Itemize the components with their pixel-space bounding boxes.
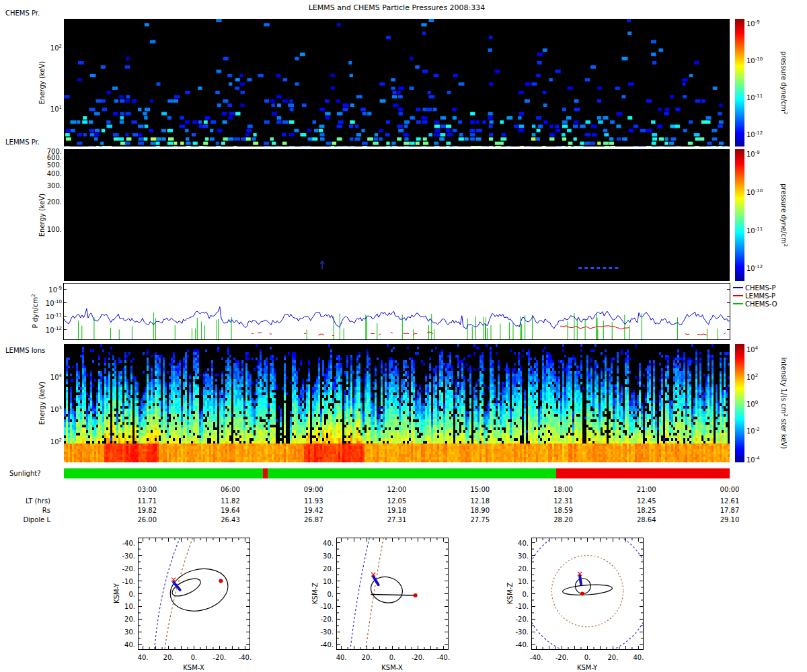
orbit-y-tick: -30. [315, 628, 334, 636]
y-tick-label: 600. [27, 154, 62, 161]
row-label-dipole: Dipole L [0, 516, 50, 523]
time-tick-label: 00:00 [709, 486, 750, 493]
legend-label: CHEMS-P [745, 284, 775, 292]
orbit-y-tick: -20. [315, 616, 334, 623]
axis-row-value: 12.45 [626, 497, 666, 505]
y-tick-label: 104 [27, 372, 62, 381]
orbit-y-tick: 10. [510, 578, 529, 585]
y-tick-label: 500. [27, 161, 62, 169]
axis-row-value: 28.64 [626, 516, 666, 523]
orbit-y-tick: -30. [510, 628, 529, 636]
axis-row-value: 18.25 [626, 507, 666, 514]
row-label-rs: Rs [0, 507, 50, 514]
ions-spectrogram [64, 344, 730, 462]
orbit-x-tick: -40. [231, 654, 258, 661]
orbit-y-tick: -20. [116, 565, 135, 573]
y-tick-label: 10-12 [27, 325, 62, 334]
y-tick-label: 10-9 [27, 285, 62, 294]
axis-row-value: 18.59 [543, 507, 584, 514]
axis-row-value: 27.75 [460, 516, 500, 523]
colorbar-tick-label: 10-9 [746, 19, 779, 28]
orbit-x-tick: 20. [599, 654, 626, 661]
axis-row-value: 28.20 [543, 516, 584, 523]
axis-row-value: 11.71 [127, 497, 167, 505]
y-tick-label: 400. [27, 170, 62, 177]
orbit-x-tick: 0. [379, 654, 406, 661]
orbit-y-tick: 0. [315, 591, 334, 598]
legend-label: CHEMS-O [745, 300, 777, 308]
orbit-y-tick: -10. [315, 603, 334, 610]
y-tick-label: 102 [27, 43, 62, 52]
time-tick-label: 15:00 [460, 486, 500, 493]
axis-row-value: 18.90 [460, 507, 500, 514]
colorbar-tick-label: 10-11 [746, 226, 779, 235]
orbit-y-tick: 40. [315, 540, 334, 547]
colorbar-tick-label: 100 [746, 399, 779, 408]
orbit-x-tick: 40. [328, 654, 355, 661]
y-tick-label: 200. [27, 198, 62, 206]
time-tick-label: 03:00 [127, 486, 167, 493]
axis-row-value: 26.87 [293, 516, 334, 523]
colorbar-tick-label: 10-2 [746, 426, 779, 435]
orbit-y-tick: 30. [116, 628, 135, 636]
row-label-lt: LT (hrs) [0, 497, 50, 505]
colorbar-tick-label: 10-10 [746, 56, 779, 65]
orbit-x-tick: 40. [625, 654, 652, 661]
orbit1-xlabel: KSM-X [167, 664, 221, 671]
y-tick-label: 10-11 [27, 312, 62, 321]
sunlight-segment [263, 468, 268, 478]
lemms-spectrogram [64, 149, 730, 281]
axis-row-value: 12.61 [709, 497, 750, 505]
orbit-y-tick: -10. [116, 578, 135, 585]
lemms-colorbar [735, 149, 744, 281]
page-title: LEMMS and CHEMS Particle Pressures 2008:… [64, 3, 730, 12]
panel-label-chems: CHEMS Pr. [5, 9, 40, 17]
ions-colorbar [735, 344, 744, 462]
axis-row-value: 26.00 [127, 516, 167, 523]
time-tick-label: 06:00 [210, 486, 251, 493]
orbit-y-tick: 20. [510, 565, 529, 573]
colorbar-tick-label: 104 [746, 345, 779, 353]
axis-row-value: 19.42 [293, 507, 334, 514]
orbit-y-tick: -10. [510, 603, 529, 610]
orbit3-xlabel: KSM-Y [560, 664, 614, 671]
axis-row-value: 12.05 [377, 497, 417, 505]
axis-row-value: 17.87 [709, 507, 750, 514]
orbit-y-tick: 30. [315, 552, 334, 560]
time-tick-label: 09:00 [293, 486, 334, 493]
orbit-x-tick: -20. [206, 654, 233, 661]
legend-label: LEMMS-P [745, 292, 775, 300]
colorbar-tick-label: 10-4 [746, 455, 779, 464]
orbit-y-tick: 10. [315, 578, 334, 585]
orbit-y-tick: -20. [510, 616, 529, 623]
y-tick-label: 100. [27, 226, 62, 233]
y-tick-label: 101 [27, 104, 62, 113]
colorbar-tick-label: 10-12 [746, 130, 779, 138]
orbit-y-tick: -40. [315, 641, 334, 648]
axis-row-value: 19.82 [127, 507, 167, 514]
legend-swatch [733, 295, 743, 296]
time-tick-label: 21:00 [626, 486, 666, 493]
orbit-y-tick: -30. [116, 552, 135, 560]
sunlight-bar [64, 468, 730, 478]
time-tick-label: 12:00 [377, 486, 417, 493]
axis-row-value: 11.93 [293, 497, 334, 505]
orbit-x-tick: 40. [130, 654, 157, 661]
orbit-y-tick: -40. [116, 540, 135, 547]
orbit-x-tick: 0. [574, 654, 601, 661]
legend-swatch [733, 287, 743, 288]
y-tick-label: 103 [27, 405, 62, 413]
axis-row-value: 12.18 [460, 497, 500, 505]
sunlight-segment [64, 468, 556, 478]
axis-row-value: 27.31 [377, 516, 417, 523]
orbit-x-tick: 20. [155, 654, 182, 661]
axis-row-value: 19.64 [210, 507, 251, 514]
orbit-plot-xz [336, 538, 449, 650]
legend-swatch [733, 303, 743, 304]
orbit-y-tick: 30. [510, 552, 529, 560]
colorbar-tick-label: 10-12 [746, 263, 779, 272]
sunlight-segment [556, 468, 730, 478]
colorbar-label-ions: intensity 1/(s cm2 ster keV) [780, 349, 788, 457]
y-tick-label: 10-10 [27, 298, 62, 307]
colorbar-tick-label: 10-11 [746, 93, 779, 101]
